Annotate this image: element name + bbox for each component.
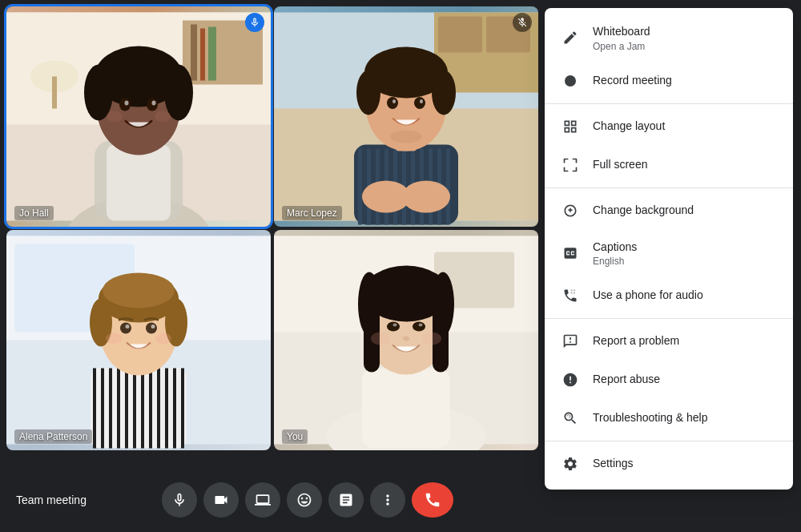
active-speaker-badge-jo (245, 13, 264, 32)
whiteboard-sublabel: Open a Jam (593, 41, 777, 52)
background-icon (561, 201, 580, 220)
svg-point-93 (393, 324, 397, 327)
svg-point-70 (103, 273, 175, 308)
whiteboard-label: Whiteboard (593, 24, 777, 40)
svg-point-95 (403, 337, 409, 341)
svg-rect-56 (101, 369, 104, 449)
emoji-button[interactable] (287, 482, 322, 518)
svg-rect-55 (93, 369, 96, 449)
divider-1 (545, 103, 793, 104)
report-abuse-icon (561, 370, 580, 389)
svg-rect-61 (141, 369, 144, 449)
report-abuse-label: Report abuse (593, 372, 777, 388)
svg-rect-38 (446, 149, 450, 225)
svg-rect-3 (191, 25, 197, 81)
menu-item-settings[interactable]: Settings (545, 445, 793, 483)
muted-badge-marc (513, 13, 532, 32)
video-tile-marc: Marc Lopez (274, 6, 538, 227)
present-button[interactable] (245, 482, 280, 518)
menu-item-record[interactable]: Record meeting (545, 62, 793, 100)
meeting-title: Team meeting (16, 494, 87, 506)
svg-point-75 (126, 324, 130, 328)
menu-item-phone-audio[interactable]: Use a phone for audio (545, 276, 793, 315)
svg-point-17 (147, 99, 158, 111)
svg-rect-64 (165, 369, 168, 449)
report-problem-icon (561, 332, 580, 351)
control-bar: Team meeting (0, 468, 545, 532)
participant-name-marc: Marc Lopez (282, 206, 342, 220)
menu-item-report-abuse[interactable]: Report abuse (545, 361, 793, 399)
svg-rect-60 (133, 369, 136, 449)
svg-point-74 (146, 323, 157, 334)
context-menu: Whiteboard Open a Jam Record meeting Cha… (545, 8, 793, 490)
svg-point-78 (155, 333, 171, 345)
svg-point-73 (120, 323, 131, 334)
record-icon (561, 71, 580, 91)
svg-point-97 (422, 332, 441, 345)
svg-point-19 (152, 101, 156, 106)
participant-name-jo: Jo Hall (14, 206, 54, 220)
layout-icon (561, 117, 580, 136)
pencil-icon (561, 28, 580, 47)
svg-rect-54 (91, 369, 187, 449)
svg-rect-58 (117, 369, 120, 449)
change-layout-label: Change layout (593, 119, 777, 135)
svg-point-91 (387, 322, 400, 332)
participant-name-alena: Alena Patterson (14, 429, 92, 444)
participant-name-you: You (282, 429, 308, 444)
svg-point-42 (356, 71, 380, 115)
captions-sublabel: English (593, 256, 777, 267)
svg-rect-63 (157, 369, 160, 449)
svg-point-89 (358, 272, 380, 337)
svg-point-18 (125, 101, 129, 106)
svg-rect-66 (181, 369, 184, 449)
record-label: Record meeting (593, 73, 777, 89)
menu-item-troubleshoot[interactable]: Troubleshooting & help (545, 399, 793, 437)
svg-point-92 (413, 322, 425, 332)
end-call-button[interactable] (412, 482, 453, 518)
more-options-button[interactable] (370, 482, 405, 518)
captions-label: Captions (593, 240, 777, 256)
svg-point-21 (155, 111, 171, 123)
svg-point-96 (371, 332, 390, 345)
svg-point-20 (107, 111, 123, 123)
svg-rect-28 (358, 149, 362, 225)
svg-rect-83 (362, 369, 450, 449)
svg-rect-4 (200, 29, 205, 81)
svg-point-77 (106, 333, 122, 345)
menu-item-change-background[interactable]: Change background (545, 191, 793, 230)
video-tile-you: You (274, 230, 538, 450)
svg-rect-65 (173, 369, 176, 449)
svg-rect-57 (109, 369, 112, 449)
svg-point-90 (432, 272, 454, 337)
controls-group (162, 482, 453, 518)
svg-point-47 (420, 99, 423, 103)
svg-point-44 (387, 97, 398, 109)
svg-point-94 (419, 324, 423, 327)
menu-item-fullscreen[interactable]: Full screen (545, 146, 793, 184)
video-tile-alena: Alena Patterson (6, 230, 271, 450)
divider-4 (545, 441, 793, 441)
menu-item-whiteboard[interactable]: Whiteboard Open a Jam (545, 14, 793, 62)
svg-rect-10 (107, 145, 171, 221)
menu-item-change-layout[interactable]: Change layout (545, 107, 793, 146)
svg-point-46 (392, 99, 396, 103)
divider-3 (545, 318, 793, 319)
svg-point-50 (402, 181, 450, 213)
video-tile-jo: Jo Hall (6, 6, 271, 227)
troubleshoot-label: Troubleshooting & help (593, 410, 777, 426)
change-background-label: Change background (593, 203, 777, 219)
svg-point-43 (432, 71, 456, 115)
fullscreen-icon (561, 155, 580, 175)
svg-rect-7 (52, 77, 57, 109)
menu-item-report-problem[interactable]: Report a problem (545, 322, 793, 361)
settings-label: Settings (593, 456, 777, 472)
phone-icon (561, 286, 580, 305)
camera-button[interactable] (203, 482, 239, 518)
svg-point-45 (414, 97, 425, 109)
activities-button[interactable] (328, 482, 364, 518)
menu-item-captions[interactable]: Captions English (545, 230, 793, 277)
svg-point-14 (84, 65, 113, 121)
divider-2 (545, 187, 793, 188)
mic-button[interactable] (162, 482, 197, 518)
